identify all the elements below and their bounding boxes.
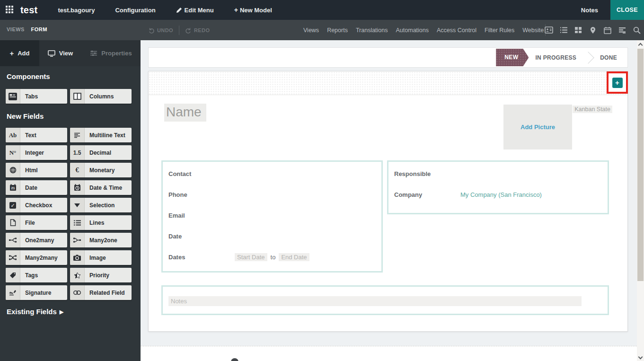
field-row-phone[interactable]: Phone bbox=[168, 190, 235, 199]
menu-configuration[interactable]: Configuration bbox=[115, 7, 155, 14]
app-brand[interactable]: test bbox=[20, 5, 37, 16]
field-button-tags[interactable]: Tags bbox=[6, 268, 67, 282]
new-fields-grid: Ab Text Multiline Text N° Integer 1.5 De… bbox=[6, 128, 132, 300]
tab-website[interactable]: Website bbox=[522, 27, 544, 34]
edit-menu-button[interactable]: Edit Menu bbox=[176, 7, 214, 14]
lines-icon bbox=[70, 215, 85, 230]
start-date-placeholder[interactable]: Start Date bbox=[235, 253, 267, 261]
new-model-button[interactable]: +New Model bbox=[234, 6, 272, 14]
stage-new[interactable]: NEW bbox=[496, 49, 529, 66]
field-button-lines[interactable]: Lines bbox=[70, 215, 132, 230]
notes-button[interactable]: Notes bbox=[581, 7, 598, 14]
decimal-icon: 1.5 bbox=[70, 145, 85, 160]
stage-in-progress[interactable]: IN PROGRESS bbox=[529, 54, 583, 61]
field-button-datetime[interactable]: Date & Time bbox=[70, 180, 132, 195]
field-button-multiline-text[interactable]: Multiline Text bbox=[70, 128, 132, 142]
tab-views[interactable]: Views bbox=[303, 27, 319, 34]
field-button-html[interactable]: Html bbox=[6, 163, 67, 177]
map-view-icon[interactable] bbox=[589, 26, 597, 35]
selection-icon bbox=[70, 198, 85, 212]
field-button-related-field[interactable]: Related Field bbox=[70, 285, 132, 300]
field-row-dates[interactable]: Dates Start Date to End Date bbox=[168, 252, 309, 262]
scrollbar-thumb[interactable] bbox=[637, 49, 644, 281]
many2one-icon bbox=[70, 233, 85, 247]
name-field-placeholder[interactable]: Name bbox=[164, 104, 206, 122]
field-button-monetary[interactable]: € Monetary bbox=[70, 163, 132, 177]
tab-access-control[interactable]: Access Control bbox=[437, 27, 476, 34]
redo-button[interactable]: REDO bbox=[185, 27, 210, 34]
date-icon: 21 bbox=[6, 180, 20, 195]
tab-translations[interactable]: Translations bbox=[356, 27, 388, 34]
field-button-text[interactable]: Ab Text bbox=[6, 128, 67, 142]
view-type-icons bbox=[545, 20, 641, 40]
studio-sidebar: + Add View Properties Components bbox=[0, 40, 141, 361]
notes-field-placeholder[interactable]: Notes bbox=[168, 296, 582, 306]
sidebar-tab-bar: + Add View Properties bbox=[0, 40, 141, 66]
group-notes: Notes bbox=[161, 285, 609, 315]
tab-automations[interactable]: Automations bbox=[396, 27, 429, 34]
kanban-view-icon[interactable] bbox=[574, 26, 582, 35]
svg-text:21: 21 bbox=[11, 186, 15, 190]
add-picture-label: Add Picture bbox=[520, 123, 555, 131]
field-row-email[interactable]: Email bbox=[168, 211, 235, 220]
field-row-responsible[interactable]: Responsible bbox=[394, 169, 460, 178]
field-row-contact[interactable]: Contact bbox=[168, 169, 235, 178]
field-button-file[interactable]: File bbox=[6, 215, 67, 230]
contacts-view-icon[interactable] bbox=[545, 26, 553, 35]
statusbar: NEW IN PROGRESS DONE bbox=[148, 47, 628, 68]
company-value-link[interactable]: My Company (San Francisco) bbox=[460, 191, 542, 198]
studio-editor-screen: test test.bagoury Configuration Edit Men… bbox=[0, 0, 644, 361]
close-button[interactable]: CLOSE bbox=[610, 0, 644, 20]
field-button-integer[interactable]: N° Integer bbox=[6, 145, 67, 160]
components-grid: Tabs Columns bbox=[6, 89, 132, 104]
scroll-up-icon[interactable] bbox=[638, 43, 643, 48]
redo-icon bbox=[185, 27, 192, 34]
list-view-icon[interactable] bbox=[559, 26, 568, 35]
tab-reports[interactable]: Reports bbox=[327, 27, 348, 34]
sidebar-tab-add[interactable]: + Add bbox=[0, 40, 39, 66]
checkbox-icon: ✓ bbox=[6, 198, 20, 212]
add-picture-box[interactable]: Add Picture bbox=[503, 105, 572, 150]
component-button-tabs[interactable]: Tabs bbox=[6, 89, 67, 104]
vertical-scrollbar[interactable] bbox=[637, 40, 644, 361]
component-button-columns[interactable]: Columns bbox=[70, 89, 132, 104]
datetime-icon bbox=[70, 180, 85, 195]
sidebar-tab-view[interactable]: View bbox=[39, 40, 81, 66]
kanban-state-field[interactable]: Kanban State bbox=[573, 106, 612, 113]
field-button-signature[interactable]: Signature bbox=[6, 285, 67, 300]
apps-grid-icon[interactable] bbox=[6, 6, 14, 14]
field-row-date[interactable]: Date bbox=[168, 231, 235, 241]
field-button-many2one[interactable]: Many2one bbox=[70, 233, 132, 247]
sliders-icon bbox=[90, 50, 97, 56]
field-button-selection[interactable]: Selection bbox=[70, 198, 132, 212]
monetary-icon: € bbox=[70, 163, 85, 177]
stage-done[interactable]: DONE bbox=[593, 54, 624, 61]
group-left: Contact Phone Email Date Dates Start Dat… bbox=[161, 160, 383, 273]
undo-redo-group: UNDO REDO bbox=[148, 20, 210, 40]
existing-fields-toggle[interactable]: Existing Fields▶ bbox=[7, 308, 63, 316]
breadcrumb-views[interactable]: VIEWS bbox=[7, 26, 25, 32]
plus-icon: + bbox=[234, 6, 238, 14]
field-button-image[interactable]: Image bbox=[70, 250, 132, 265]
field-button-checkbox[interactable]: ✓ Checkbox bbox=[6, 198, 67, 212]
add-button-button[interactable]: + bbox=[612, 78, 623, 88]
sidebar-tab-properties[interactable]: Properties bbox=[81, 40, 141, 66]
search-icon[interactable] bbox=[633, 26, 641, 35]
undo-icon bbox=[148, 27, 155, 34]
end-date-placeholder[interactable]: End Date bbox=[279, 253, 309, 261]
field-button-one2many[interactable]: One2many bbox=[6, 233, 67, 247]
scroll-down-icon[interactable] bbox=[638, 355, 643, 360]
calendar-view-icon[interactable] bbox=[603, 26, 612, 35]
field-button-priority[interactable]: Priority bbox=[70, 268, 132, 282]
undo-button[interactable]: UNDO bbox=[148, 27, 173, 34]
menu-model[interactable]: test.bagoury bbox=[58, 7, 95, 14]
field-button-date[interactable]: 21 Date bbox=[6, 180, 67, 195]
new-fields-heading: New Fields bbox=[7, 112, 44, 120]
field-button-many2many[interactable]: Many2many bbox=[6, 250, 67, 265]
image-icon bbox=[70, 250, 85, 265]
gantt-view-icon[interactable] bbox=[618, 26, 626, 35]
tabs-icon bbox=[6, 89, 20, 104]
tab-filter-rules[interactable]: Filter Rules bbox=[485, 27, 514, 34]
field-row-company[interactable]: Company My Company (San Francisco) bbox=[394, 190, 542, 199]
field-button-decimal[interactable]: 1.5 Decimal bbox=[70, 145, 132, 160]
